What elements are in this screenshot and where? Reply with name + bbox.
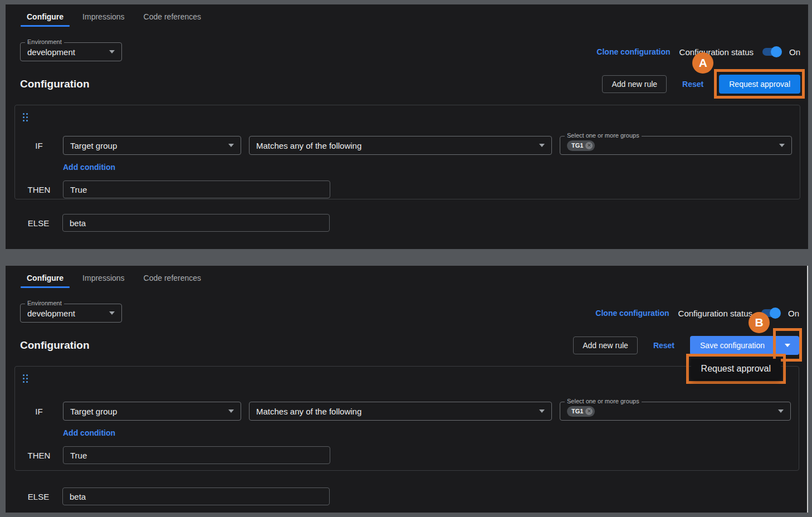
tab-code-references[interactable]: Code references: [144, 274, 202, 288]
save-configuration-button[interactable]: Save configuration: [690, 336, 775, 355]
environment-row: Environment development Clone configurat…: [14, 42, 800, 61]
chevron-down-icon: [785, 344, 790, 347]
then-label: THEN: [23, 451, 55, 460]
groups-select[interactable]: Select one or more groups TG1✕: [560, 402, 791, 421]
add-new-rule-button[interactable]: Add new rule: [573, 336, 638, 354]
page-title: Configuration: [14, 339, 90, 352]
actions-row: Add new rule Reset Request approval A: [602, 75, 800, 94]
then-value-input[interactable]: [63, 181, 330, 198]
add-condition-link[interactable]: Add condition: [63, 428, 115, 437]
title-row: Configuration Add new rule Reset Save co…: [14, 336, 799, 355]
menu-item-request-approval[interactable]: Request approval: [691, 359, 781, 379]
then-row: THEN: [23, 181, 792, 198]
title-row: Configuration Add new rule Reset Request…: [14, 75, 800, 94]
if-row: IF Target group Matches any of the follo…: [23, 136, 792, 155]
condition-field-select[interactable]: Target group: [63, 136, 241, 155]
reset-link[interactable]: Reset: [653, 341, 674, 350]
operator-value: Matches any of the following: [256, 141, 535, 150]
screenshot-frame: Configure Impressions Code references En…: [0, 0, 812, 517]
add-condition-link[interactable]: Add condition: [63, 163, 115, 172]
status-group: Clone configuration Configuration status…: [595, 309, 799, 318]
configuration-status-value: On: [788, 309, 799, 318]
close-icon[interactable]: ✕: [585, 142, 593, 149]
tab-code-references[interactable]: Code references: [144, 12, 202, 27]
group-chip: TG1✕: [567, 406, 595, 417]
highlight-box-b-menu: Request approval: [686, 354, 786, 384]
else-label: ELSE: [22, 492, 55, 501]
page-title: Configuration: [14, 78, 90, 90]
if-label: IF: [23, 141, 55, 150]
tab-configure[interactable]: Configure: [27, 12, 63, 27]
configuration-status-label: Configuration status: [679, 47, 754, 57]
panel-b: Configure Impressions Code references En…: [6, 266, 808, 513]
then-label: THEN: [23, 185, 55, 194]
request-approval-button[interactable]: Request approval: [719, 75, 800, 94]
condition-field-select[interactable]: Target group: [63, 402, 241, 421]
save-split-button: Save configuration B: [690, 336, 799, 355]
configuration-status-toggle[interactable]: [762, 48, 780, 56]
group-chip-container: TG1✕: [567, 140, 775, 151]
operator-select[interactable]: Matches any of the following: [249, 402, 552, 421]
group-chip-label: TG1: [571, 408, 583, 414]
chevron-down-icon: [109, 311, 115, 315]
chevron-down-icon: [779, 144, 785, 147]
save-dropdown-menu: Request approval: [691, 359, 781, 379]
else-label: ELSE: [22, 218, 55, 228]
marker-b-badge: B: [749, 312, 770, 333]
environment-row: Environment development Clone configurat…: [14, 304, 799, 323]
drag-handle-icon[interactable]: [23, 374, 28, 383]
tab-impressions[interactable]: Impressions: [82, 12, 124, 27]
if-row: IF Target group Matches any of the follo…: [23, 402, 791, 421]
rule-card: IF Target group Matches any of the follo…: [14, 366, 799, 471]
then-value-input[interactable]: [63, 446, 330, 464]
group-chip: TG1✕: [567, 140, 595, 151]
else-value-input[interactable]: [62, 214, 330, 232]
clone-configuration-link[interactable]: Clone configuration: [596, 47, 670, 56]
operator-value: Matches any of the following: [256, 407, 535, 416]
arrow-highlight-wrap: B: [776, 336, 799, 355]
actions-row: Add new rule Reset Save configuration B …: [573, 336, 799, 355]
drag-handle-icon[interactable]: [23, 113, 28, 121]
request-approval-highlight-wrap: Request approval A: [719, 75, 800, 94]
tab-configure[interactable]: Configure: [27, 274, 63, 288]
tab-bar: Configure Impressions Code references: [14, 266, 799, 288]
groups-select[interactable]: Select one or more groups TG1✕: [560, 136, 792, 155]
groups-select-label: Select one or more groups: [565, 398, 642, 404]
if-label: IF: [23, 407, 55, 416]
environment-value: development: [27, 309, 105, 318]
toggle-thumb: [771, 46, 782, 57]
else-row: ELSE: [14, 214, 800, 232]
group-chip-label: TG1: [571, 142, 583, 149]
save-dropdown-arrow-button[interactable]: [776, 336, 799, 355]
chevron-down-icon: [109, 50, 115, 53]
environment-select[interactable]: Environment development: [20, 42, 122, 61]
else-row: ELSE: [14, 487, 799, 505]
add-new-rule-button[interactable]: Add new rule: [602, 75, 667, 93]
chevron-down-icon: [539, 409, 545, 413]
then-row: THEN: [23, 446, 791, 464]
condition-field-value: Target group: [70, 407, 224, 416]
panel-a: Configure Impressions Code references En…: [6, 4, 808, 249]
rule-card: IF Target group Matches any of the follo…: [14, 105, 800, 199]
else-value-input[interactable]: [62, 487, 330, 505]
configuration-status-label: Configuration status: [678, 309, 752, 318]
close-icon[interactable]: ✕: [585, 408, 593, 415]
tab-impressions[interactable]: Impressions: [82, 274, 124, 288]
tab-bar: Configure Impressions Code references: [14, 4, 800, 27]
reset-link[interactable]: Reset: [682, 80, 703, 89]
group-chip-container: TG1✕: [567, 406, 774, 417]
environment-select[interactable]: Environment development: [20, 304, 122, 323]
chevron-down-icon: [228, 409, 234, 413]
environment-value: development: [27, 47, 105, 57]
operator-select[interactable]: Matches any of the following: [249, 136, 552, 155]
clone-configuration-link[interactable]: Clone configuration: [595, 309, 669, 318]
chevron-down-icon: [228, 144, 234, 147]
configuration-status-value: On: [789, 47, 800, 57]
chevron-down-icon: [778, 409, 784, 413]
condition-field-value: Target group: [70, 141, 224, 150]
environment-label: Environment: [25, 38, 64, 45]
toggle-thumb: [770, 308, 781, 319]
chevron-down-icon: [539, 144, 545, 147]
environment-label: Environment: [25, 300, 64, 306]
groups-select-label: Select one or more groups: [565, 132, 642, 139]
